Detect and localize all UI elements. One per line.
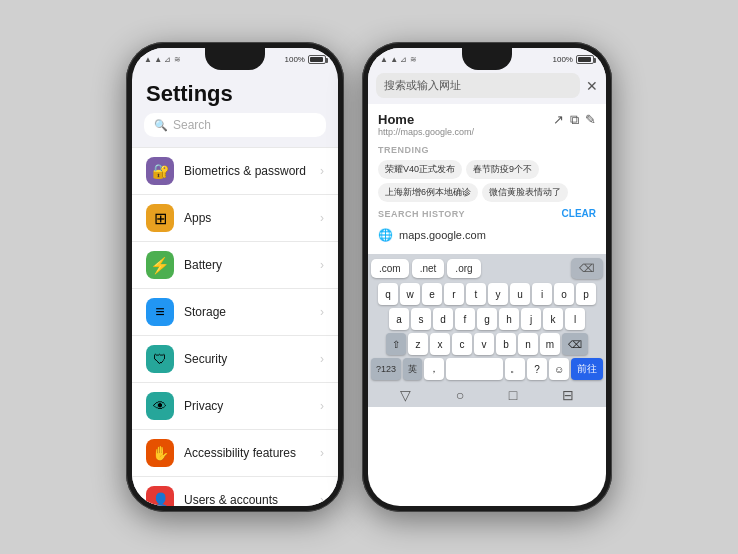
status-icons-right: ▲ ▲ ⊿ ≋ bbox=[380, 55, 417, 64]
tag-3[interactable]: 微信黄脸表情动了 bbox=[482, 183, 568, 202]
search-placeholder: Search bbox=[173, 118, 211, 132]
apps-label: Apps bbox=[184, 211, 310, 225]
kb-row-3: ⇧ z x c v b n m ⌫ bbox=[371, 333, 603, 355]
key-b[interactable]: b bbox=[496, 333, 516, 355]
back-btn-right[interactable]: ▽ bbox=[400, 387, 411, 403]
recents-btn-right[interactable]: □ bbox=[509, 387, 517, 403]
key-c[interactable]: c bbox=[452, 333, 472, 355]
address-placeholder: 搜索或输入网址 bbox=[384, 79, 461, 91]
key-period[interactable]: 。 bbox=[505, 358, 525, 380]
key-z[interactable]: z bbox=[408, 333, 428, 355]
key-n[interactable]: n bbox=[518, 333, 538, 355]
key-d[interactable]: d bbox=[433, 308, 453, 330]
close-browser-button[interactable]: ✕ bbox=[586, 78, 598, 94]
status-right-left: 100% bbox=[285, 55, 326, 64]
key-a[interactable]: a bbox=[389, 308, 409, 330]
key-g[interactable]: g bbox=[477, 308, 497, 330]
globe-icon: 🌐 bbox=[378, 228, 393, 242]
quick-org[interactable]: .org bbox=[447, 259, 480, 278]
space-key[interactable] bbox=[446, 358, 503, 380]
right-phone: ▲ ▲ ⊿ ≋ 5:51 100% 搜索或输入网址 ✕ Home bbox=[362, 42, 612, 512]
trending-tags: 荣耀V40正式发布 春节防疫9个不 上海新增6例本地确诊 微信黄脸表情动了 bbox=[378, 160, 596, 202]
quick-com[interactable]: .com bbox=[371, 259, 409, 278]
site-url: http://maps.google.com/ bbox=[378, 127, 474, 137]
site-info: Home http://maps.google.com/ bbox=[378, 112, 474, 137]
share-icon[interactable]: ↗ bbox=[553, 112, 564, 128]
key-y[interactable]: y bbox=[488, 283, 508, 305]
chevron-icon: › bbox=[320, 399, 324, 413]
key-i[interactable]: i bbox=[532, 283, 552, 305]
quick-net[interactable]: .net bbox=[412, 259, 445, 278]
clear-history-button[interactable]: CLEAR bbox=[562, 208, 596, 219]
key-t[interactable]: t bbox=[466, 283, 486, 305]
tag-2[interactable]: 上海新增6例本地确诊 bbox=[378, 183, 478, 202]
keyboard-btn-right[interactable]: ⊟ bbox=[562, 387, 574, 403]
key-123[interactable]: ?123 bbox=[371, 358, 401, 380]
delete-icon[interactable]: ⌫ bbox=[571, 258, 603, 279]
key-e[interactable]: e bbox=[422, 283, 442, 305]
settings-screen: ▲ ▲ ⊿ ≋ 5:45 100% Settings 🔍 Search 🔐 Bi… bbox=[132, 48, 338, 506]
privacy-icon: 👁 bbox=[146, 392, 174, 420]
keyboard: .com .net .org ⌫ q w e r t y u i o p bbox=[368, 254, 606, 383]
edit-icon[interactable]: ✎ bbox=[585, 112, 596, 128]
settings-item-storage[interactable]: ≡ Storage › bbox=[132, 289, 338, 336]
apps-icon: ⊞ bbox=[146, 204, 174, 232]
key-v[interactable]: v bbox=[474, 333, 494, 355]
kb-row-1: q w e r t y u i o p bbox=[371, 283, 603, 305]
key-l[interactable]: l bbox=[565, 308, 585, 330]
security-label: Security bbox=[184, 352, 310, 366]
key-f[interactable]: f bbox=[455, 308, 475, 330]
address-input[interactable]: 搜索或输入网址 bbox=[376, 73, 580, 98]
history-url: maps.google.com bbox=[399, 229, 486, 241]
key-comma[interactable]: ， bbox=[424, 358, 444, 380]
battery-label: Battery bbox=[184, 258, 310, 272]
copy-icon[interactable]: ⧉ bbox=[570, 112, 579, 128]
key-emoji[interactable]: ☺ bbox=[549, 358, 569, 380]
browser-screen: ▲ ▲ ⊿ ≋ 5:51 100% 搜索或输入网址 ✕ Home bbox=[368, 48, 606, 506]
search-bar[interactable]: 🔍 Search bbox=[144, 113, 326, 137]
site-row: Home http://maps.google.com/ ↗ ⧉ ✎ bbox=[378, 112, 596, 137]
key-h[interactable]: h bbox=[499, 308, 519, 330]
key-s[interactable]: s bbox=[411, 308, 431, 330]
site-actions: ↗ ⧉ ✎ bbox=[553, 112, 596, 128]
key-k[interactable]: k bbox=[543, 308, 563, 330]
tag-1[interactable]: 春节防疫9个不 bbox=[466, 160, 539, 179]
backspace-key[interactable]: ⌫ bbox=[562, 333, 588, 355]
settings-item-security[interactable]: 🛡 Security › bbox=[132, 336, 338, 383]
battery-setting-icon: ⚡ bbox=[146, 251, 174, 279]
status-right-right: 100% bbox=[553, 55, 594, 64]
settings-item-apps[interactable]: ⊞ Apps › bbox=[132, 195, 338, 242]
settings-item-privacy[interactable]: 👁 Privacy › bbox=[132, 383, 338, 430]
settings-item-biometrics[interactable]: 🔐 Biometrics & password › bbox=[132, 147, 338, 195]
settings-item-users[interactable]: 👤 Users & accounts › bbox=[132, 477, 338, 506]
key-m[interactable]: m bbox=[540, 333, 560, 355]
history-item[interactable]: 🌐 maps.google.com bbox=[378, 224, 596, 246]
key-u[interactable]: u bbox=[510, 283, 530, 305]
camera-notch-right bbox=[462, 48, 512, 70]
status-icons-left: ▲ ▲ ⊿ ≋ bbox=[144, 55, 181, 64]
key-r[interactable]: r bbox=[444, 283, 464, 305]
settings-item-accessibility[interactable]: ✋ Accessibility features › bbox=[132, 430, 338, 477]
browser-content: Home http://maps.google.com/ ↗ ⧉ ✎ TREND… bbox=[368, 104, 606, 254]
key-o[interactable]: o bbox=[554, 283, 574, 305]
home-btn-right[interactable]: ○ bbox=[456, 387, 464, 403]
shift-key[interactable]: ⇧ bbox=[386, 333, 406, 355]
settings-item-battery[interactable]: ⚡ Battery › bbox=[132, 242, 338, 289]
key-question[interactable]: ? bbox=[527, 358, 547, 380]
go-button[interactable]: 前往 bbox=[571, 358, 603, 380]
key-lang[interactable]: 英 bbox=[403, 358, 422, 380]
key-x[interactable]: x bbox=[430, 333, 450, 355]
key-p[interactable]: p bbox=[576, 283, 596, 305]
users-label: Users & accounts bbox=[184, 493, 310, 506]
security-icon: 🛡 bbox=[146, 345, 174, 373]
key-w[interactable]: w bbox=[400, 283, 420, 305]
left-phone: ▲ ▲ ⊿ ≋ 5:45 100% Settings 🔍 Search 🔐 Bi… bbox=[126, 42, 344, 512]
key-q[interactable]: q bbox=[378, 283, 398, 305]
privacy-label: Privacy bbox=[184, 399, 310, 413]
accessibility-icon: ✋ bbox=[146, 439, 174, 467]
key-j[interactable]: j bbox=[521, 308, 541, 330]
battery-icon-left bbox=[308, 55, 326, 64]
chevron-icon: › bbox=[320, 493, 324, 506]
tag-0[interactable]: 荣耀V40正式发布 bbox=[378, 160, 462, 179]
chevron-icon: › bbox=[320, 352, 324, 366]
